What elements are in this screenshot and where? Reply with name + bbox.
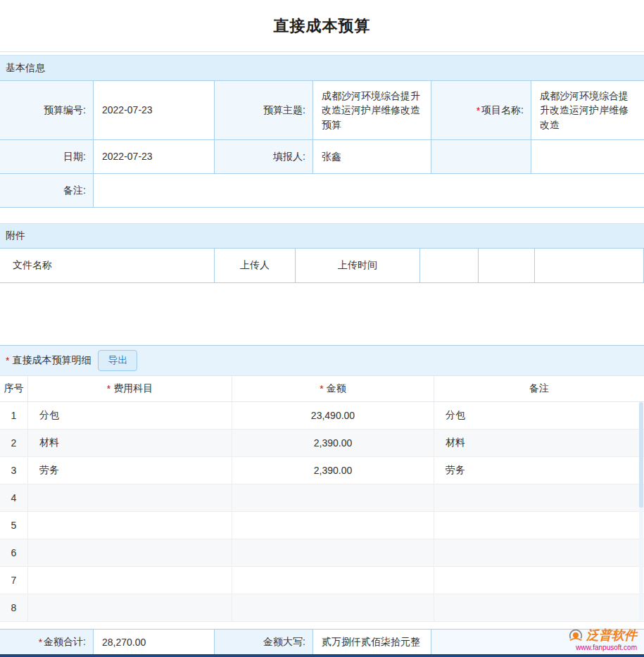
- remark-header-label: 备注: [529, 382, 549, 395]
- required-asterisk: *: [6, 355, 9, 366]
- required-asterisk: *: [39, 637, 42, 648]
- filler-label: 填报人:: [273, 151, 305, 163]
- attachments-col-uploader: 上传人: [215, 249, 296, 283]
- date-label-cell: 日期:: [0, 140, 94, 174]
- row-subject: [28, 512, 232, 539]
- detail-col-amount: * 金额: [232, 376, 434, 401]
- row-subject: [28, 539, 232, 566]
- date-label: 日期:: [63, 151, 86, 163]
- row-remark: [434, 567, 644, 594]
- fanpu-logo-icon: [568, 627, 583, 643]
- row-no: 7: [0, 567, 28, 594]
- detail-section-title: 直接成本预算明细: [12, 354, 91, 367]
- uploader-header-label: 上传人: [240, 259, 270, 272]
- budget-subject-label-cell: 预算主题:: [215, 81, 313, 140]
- fanpu-brand-text: 泛普软件: [586, 627, 637, 644]
- row-no: 3: [0, 457, 28, 484]
- upload-time-header-label: 上传时间: [338, 259, 377, 272]
- spacer: [0, 622, 644, 629]
- table-row: 7: [0, 567, 644, 594]
- table-row: 4: [0, 484, 644, 512]
- project-name-label-cell: * 项目名称:: [431, 81, 531, 140]
- attachments-col-empty-2: [479, 249, 535, 283]
- vertical-scrollbar[interactable]: [639, 402, 643, 620]
- no-header-label: 序号: [4, 382, 24, 395]
- row-no: 4: [0, 484, 28, 511]
- detail-col-no: 序号: [0, 376, 28, 401]
- remark-value: [94, 174, 644, 208]
- row-amount: [232, 512, 434, 539]
- subject-header-label: 费用科目: [113, 382, 153, 395]
- remark-label: 备注:: [63, 184, 86, 197]
- row-no: 2: [0, 430, 28, 456]
- row-amount: [232, 484, 434, 511]
- page: 直接成本预算 基本信息 预算编号: 2022-07-23 预算主题: 成都沙河环…: [0, 0, 644, 657]
- row-no: 5: [0, 512, 28, 539]
- attachments-col-empty-1: [420, 249, 479, 283]
- horizontal-scrollbar[interactable]: [0, 654, 644, 657]
- basic-info-section-header: 基本信息: [0, 55, 644, 81]
- row-subject: 材料: [28, 430, 232, 456]
- required-asterisk: *: [107, 383, 111, 394]
- filler-label-cell: 填报人:: [215, 140, 313, 174]
- row-subject: [28, 484, 232, 511]
- budget-no-label: 预算编号:: [44, 104, 86, 117]
- vertical-scrollbar-thumb[interactable]: [639, 402, 643, 508]
- detail-section-header: * 直接成本预算明细 导出: [0, 345, 644, 376]
- row-remark: [434, 512, 644, 539]
- detail-col-remark: 备注: [434, 376, 644, 401]
- remark-label-cell: 备注:: [0, 174, 94, 208]
- basic-info-section-title: 基本信息: [6, 62, 45, 75]
- row-remark: [434, 539, 644, 566]
- file-name-header-label: 文件名称: [13, 259, 52, 272]
- table-row: 2 材料 2,390.00 材料: [0, 430, 644, 457]
- budget-subject-value: 成都沙河环境综合提升改造运河护岸维修改造预算: [313, 81, 431, 140]
- row-subject: 分包: [28, 402, 232, 429]
- table-row: 5: [0, 512, 644, 539]
- required-asterisk: *: [320, 383, 323, 394]
- detail-col-subject: * 费用科目: [28, 376, 232, 401]
- attachments-section-title: 附件: [6, 230, 25, 242]
- date-value: 2022-07-23: [94, 140, 215, 174]
- total-label: 金额合计:: [44, 636, 86, 649]
- row-amount: 2,390.00: [232, 457, 434, 484]
- attachments-col-upload-time: 上传时间: [296, 249, 420, 283]
- empty-value-cell: [531, 140, 644, 174]
- amount-caps-label: 金额大写:: [263, 636, 305, 649]
- table-row: 6: [0, 539, 644, 567]
- amount-caps-label-cell: 金额大写:: [215, 630, 313, 654]
- row-remark: [434, 484, 644, 511]
- budget-no-label-cell: 预算编号:: [0, 81, 94, 140]
- attachments-table-header: 文件名称 上传人 上传时间: [0, 249, 644, 283]
- row-no: 1: [0, 402, 28, 429]
- project-name-value: 成都沙河环境综合提升改造运河护岸维修改造: [531, 81, 644, 140]
- row-amount: [232, 594, 434, 621]
- spacer: [0, 208, 644, 223]
- detail-table-header: 序号 * 费用科目 * 金额 备注: [0, 376, 644, 402]
- budget-no-value: 2022-07-23: [94, 81, 215, 140]
- amount-caps-value: 贰万捌仟贰佰柒拾元整: [313, 630, 431, 654]
- row-no: 8: [0, 594, 28, 621]
- total-value: 28,270.00: [94, 630, 215, 654]
- fanpu-watermark: 泛普软件 www.fanpusoft.com: [568, 627, 637, 651]
- fanpu-logo-row: 泛普软件: [568, 627, 637, 644]
- row-amount: 23,490.00: [232, 402, 434, 429]
- empty-label-cell: [431, 140, 531, 174]
- attachments-col-empty-3: [535, 249, 644, 283]
- table-row: 1 分包 23,490.00 分包: [0, 402, 644, 430]
- attachments-col-file-name: 文件名称: [0, 249, 215, 283]
- detail-footer-row: * 金额合计: 28,270.00 金额大写: 贰万捌仟贰佰柒拾元整: [0, 629, 644, 654]
- basic-info-table: 预算编号: 2022-07-23 预算主题: 成都沙河环境综合提升改造运河护岸维…: [0, 81, 644, 208]
- table-row: 8: [0, 594, 644, 622]
- row-remark: 材料: [434, 430, 644, 456]
- required-asterisk: *: [476, 105, 480, 116]
- row-subject: [28, 567, 232, 594]
- page-title: 直接成本预算: [274, 15, 371, 37]
- row-remark: 劳务: [434, 457, 644, 484]
- export-button[interactable]: 导出: [98, 350, 137, 371]
- attachments-section-header: 附件: [0, 223, 644, 249]
- budget-subject-label: 预算主题:: [263, 104, 305, 117]
- row-no: 6: [0, 539, 28, 566]
- fanpu-url-link[interactable]: www.fanpusoft.com: [576, 644, 637, 651]
- row-remark: [434, 594, 644, 621]
